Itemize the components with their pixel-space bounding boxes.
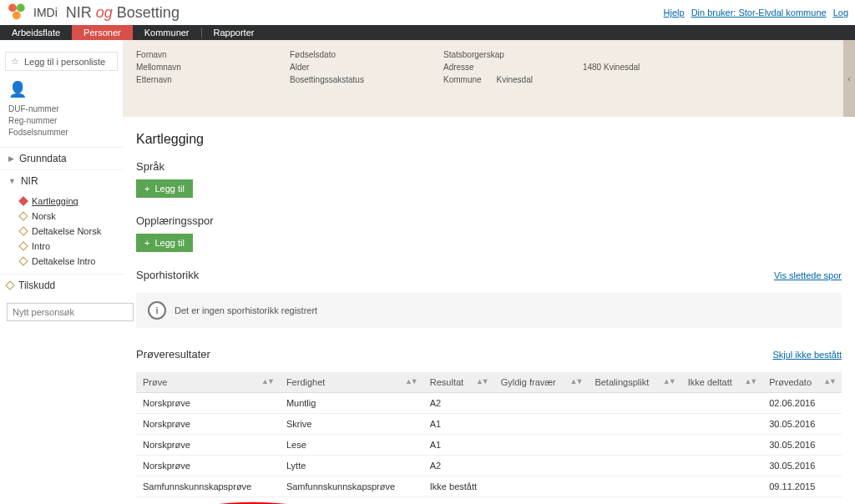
nav-personer[interactable]: Personer — [72, 25, 133, 40]
sporhistorikk-heading: Sporhistorikk — [136, 269, 199, 281]
sporhistorikk-empty: i Det er ingen sporhistorikk registrert — [136, 293, 842, 328]
table-row: NorskprøveMuntligA202.06.2016 — [136, 393, 842, 414]
sort-icon: ▲▼ — [476, 377, 488, 386]
diamond-icon — [18, 257, 28, 266]
add-opplaeringsspor-button[interactable]: + Legg til — [136, 234, 193, 252]
table-cell: A2 — [423, 393, 494, 414]
add-opplaeringsspor-label: Legg til — [154, 238, 184, 248]
table-cell: A1 — [423, 414, 494, 435]
col-ikke-deltatt[interactable]: Ikke deltatt▲▼ — [681, 372, 763, 393]
diamond-icon — [18, 197, 28, 206]
subnav-norsk[interactable]: Norsk — [20, 209, 123, 224]
table-cell — [494, 393, 589, 414]
table-cell: Samfunnskunnskapsprøve — [280, 476, 423, 497]
table-cell: 02.06.2016 — [762, 393, 842, 414]
person-id-block: 👤 DUF-nummer Reg-nummer Fodselsnummer — [0, 76, 123, 147]
col-prove[interactable]: Prøve▲▼ — [136, 372, 280, 393]
user-link[interactable]: Din bruker: Stor-Elvdal kommune — [691, 8, 827, 18]
person-search-input[interactable] — [7, 303, 134, 321]
help-link[interactable]: Hjelp — [664, 8, 685, 18]
kommune-label: Kommune — [443, 73, 482, 86]
nir-label: NIR — [21, 175, 38, 187]
proveresultater-table: Prøve▲▼ Ferdighet▲▼ Resultat▲▼ Gyldig fr… — [136, 372, 842, 497]
table-cell — [681, 476, 763, 497]
diamond-icon — [18, 227, 28, 236]
sort-icon: ▲▼ — [744, 377, 756, 386]
sprak-heading: Språk — [136, 160, 842, 173]
tilskudd-toggle[interactable]: Tilskudd — [0, 274, 123, 296]
logout-link[interactable]: Log — [833, 8, 848, 18]
bosettingsstatus-label: Bosettingssakstatus — [290, 73, 443, 86]
imdi-logo-icon — [7, 1, 30, 24]
chevron-left-icon: ‹ — [847, 73, 851, 83]
star-icon: ☆ — [11, 56, 19, 67]
sporhistorikk-empty-text: Det er ingen sporhistorikk registrert — [175, 305, 317, 315]
duf-label: DUF-nummer — [8, 103, 114, 115]
vis-slettede-spor-link[interactable]: Vis slettede spor — [774, 270, 842, 280]
nav-kommuner[interactable]: Kommuner — [133, 25, 201, 40]
skjul-ikke-bestatt-link[interactable]: Skjul ikke bestått — [772, 350, 842, 360]
table-cell: 30.05.2016 — [762, 456, 842, 476]
add-to-personlist[interactable]: ☆ Legg til i personliste — [5, 52, 118, 71]
col-provedato[interactable]: Prøvedato▲▼ — [762, 372, 842, 393]
table-cell — [681, 456, 763, 476]
grunndata-label: Grunndata — [19, 153, 67, 164]
nav-arbeidsflate[interactable]: Arbeidsflate — [0, 25, 72, 40]
table-row: NorskprøveLeseA130.05.2016 — [136, 435, 842, 456]
table-cell — [494, 435, 589, 456]
chevron-right-icon: ▶ — [8, 154, 14, 163]
grunndata-toggle[interactable]: ▶ Grunndata — [0, 147, 123, 169]
collapse-header-button[interactable]: ‹ — [843, 40, 855, 117]
table-cell: A1 — [423, 435, 494, 456]
statsborgerskap-label: Statsborgerskap — [443, 48, 533, 61]
table-cell: A2 — [423, 456, 494, 476]
col-gyldig-fravaer[interactable]: Gyldig fravær▲▼ — [494, 372, 589, 393]
add-to-personlist-label: Legg til i personliste — [24, 57, 105, 67]
subnav-intro[interactable]: Intro — [20, 239, 123, 254]
col-ferdighet[interactable]: Ferdighet▲▼ — [280, 372, 423, 393]
sidebar: ☆ Legg til i personliste 👤 DUF-nummer Re… — [0, 40, 123, 504]
add-sprak-button[interactable]: + Legg til — [136, 179, 193, 198]
nir-toggle[interactable]: ▼ NIR — [0, 169, 123, 192]
table-cell — [494, 456, 589, 476]
table-cell — [588, 435, 680, 456]
plus-icon: + — [144, 238, 149, 248]
svg-point-1 — [17, 4, 25, 13]
col-resultat[interactable]: Resultat▲▼ — [423, 372, 494, 393]
page-title: Kartlegging — [136, 132, 842, 147]
main-nav: Arbeidsflate Personer Kommuner Rapporter — [0, 25, 855, 40]
tilskudd-label: Tilskudd — [18, 280, 55, 291]
table-cell: 30.05.2016 — [762, 414, 842, 435]
logo: IMDi — [7, 1, 58, 24]
table-cell: Norskprøve — [136, 456, 280, 476]
table-row: SamfunnskunnskapsprøveSamfunnskunnskapsp… — [136, 476, 842, 497]
table-cell: 09.11.2015 — [762, 476, 842, 497]
col-betalingsplikt[interactable]: Betalingsplikt▲▼ — [588, 372, 680, 393]
svg-point-0 — [8, 4, 17, 13]
highlight-ellipse — [113, 498, 375, 504]
fods-label: Fodselsnummer — [8, 127, 114, 139]
table-cell — [681, 414, 763, 435]
svg-point-2 — [13, 12, 21, 20]
subnav-deltakelse-intro[interactable]: Deltakelse Intro — [20, 254, 123, 269]
sort-icon: ▲▼ — [823, 377, 835, 386]
table-cell — [681, 393, 763, 414]
table-cell: Ikke bestått — [423, 476, 494, 497]
subnav-kartlegging[interactable]: Kartlegging — [20, 194, 123, 209]
reg-label: Reg-nummer — [8, 115, 114, 127]
nav-rapporter[interactable]: Rapporter — [202, 25, 266, 40]
plus-icon: + — [144, 184, 149, 194]
adresse-label: Adresse — [443, 61, 533, 73]
person-icon: 👤 — [8, 79, 114, 100]
opplaeringsspor-heading: Opplæringsspor — [136, 214, 842, 227]
table-cell: Norskprøve — [136, 393, 280, 414]
table-cell: Muntlig — [280, 393, 423, 414]
sort-icon: ▲▼ — [261, 377, 273, 386]
table-cell — [681, 435, 763, 456]
logo-text: IMDi — [33, 6, 58, 19]
sort-icon: ▲▼ — [663, 377, 675, 386]
fodselsdato-label: Fødselsdato — [290, 48, 443, 61]
subnav-deltakelse-norsk[interactable]: Deltakelse Norsk — [20, 224, 123, 239]
kommune-value: Kvinesdal — [497, 73, 533, 86]
table-cell — [588, 393, 680, 414]
